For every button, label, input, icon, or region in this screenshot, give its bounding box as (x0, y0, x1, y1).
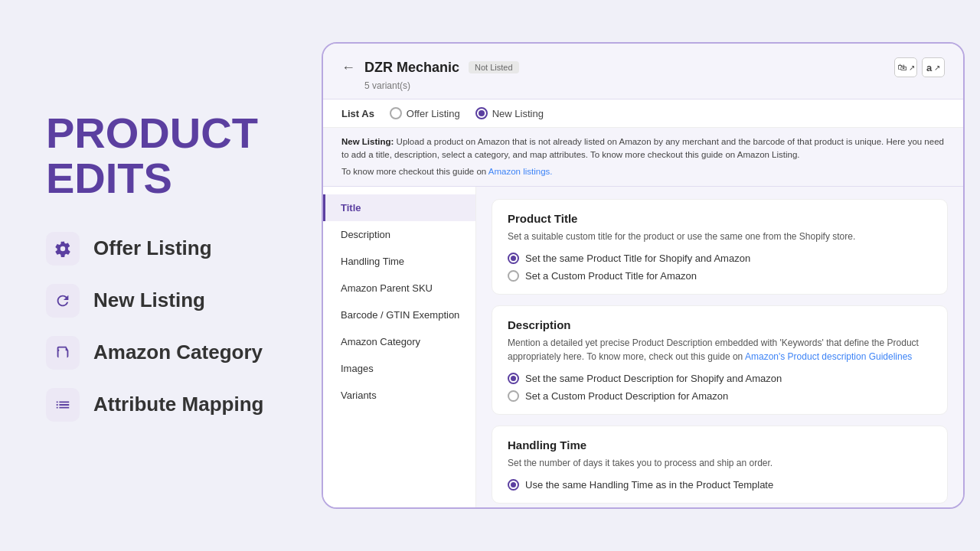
new-listing-label: New Listing (93, 289, 205, 312)
new-listing-radio[interactable]: New Listing (475, 107, 544, 119)
content-area: Product Title Set a suitable custom titl… (476, 187, 963, 507)
nav-description[interactable]: Description (323, 221, 475, 248)
same-title-label: Set the same Product Title for Shopify a… (525, 253, 750, 264)
same-title-option[interactable]: Set the same Product Title for Shopify a… (508, 253, 932, 264)
product-name: DZR Mechanic (364, 60, 459, 76)
description-text: New Listing: Upload a product on Amazon … (341, 135, 945, 162)
product-title-options: Set the same Product Title for Shopify a… (508, 253, 932, 282)
description-bold: New Listing: (341, 137, 394, 146)
sidebar-item-new-listing[interactable]: New Listing (46, 284, 276, 318)
nav-variants[interactable]: Variants (323, 382, 475, 409)
description-body: Upload a product on Amazon that is not a… (341, 137, 944, 159)
new-listing-radio-label: New Listing (492, 108, 544, 119)
list-as-label: List As (341, 108, 374, 119)
link-prefix: To know more checkout this guide on (341, 167, 488, 176)
amazon-link-button[interactable]: a ↗ (922, 57, 945, 77)
list-as-row: List As Offer Listing New Listing (323, 99, 963, 128)
attribute-mapping-label: Attribute Mapping (93, 393, 263, 416)
amazon-category-label: Amazon Category (93, 341, 263, 364)
list-icon (46, 388, 80, 422)
handling-time-options: Use the same Handling Time as in the Pro… (508, 479, 932, 491)
offer-listing-radio-circle (390, 107, 402, 119)
main-card: ← DZR Mechanic Not Listed 🛍 ↗ a ↗ 5 vari… (322, 42, 965, 509)
description-bar: New Listing: Upload a product on Amazon … (323, 128, 963, 187)
tag-icon (46, 336, 80, 370)
description-options: Set the same Product Description for Sho… (508, 373, 932, 402)
same-handling-radio (508, 479, 519, 491)
header-icons: 🛍 ↗ a ↗ (894, 57, 945, 77)
sidebar-item-offer-listing[interactable]: Offer Listing (46, 232, 276, 266)
amazon-desc-guidelines-link[interactable]: Amazon's Product description Guidelines (745, 351, 912, 362)
offer-listing-radio[interactable]: Offer Listing (390, 107, 460, 119)
custom-title-option[interactable]: Set a Custom Product Title for Amazon (508, 270, 932, 282)
custom-desc-label: Set a Custom Product Description for Ama… (525, 390, 728, 402)
sidebar-item-attribute-mapping[interactable]: Attribute Mapping (46, 388, 276, 422)
custom-desc-radio (508, 390, 519, 402)
variant-count: 5 variant(s) (364, 80, 945, 91)
back-button[interactable]: ← (341, 60, 355, 76)
left-panel: PRODUCTEDITS Offer Listing New Listing A… (0, 65, 322, 486)
refresh-icon (46, 284, 80, 318)
main-content: Title Description Handling Time Amazon P… (323, 187, 963, 507)
description-section-desc: Mention a detailed yet precise Product D… (508, 336, 932, 364)
product-title-desc: Set a suitable custom title for the prod… (508, 230, 932, 243)
right-panel: ← DZR Mechanic Not Listed 🛍 ↗ a ↗ 5 vari… (322, 0, 980, 551)
same-handling-label: Use the same Handling Time as in the Pro… (525, 479, 773, 491)
nav-handling-time[interactable]: Handling Time (323, 248, 475, 275)
same-handling-option[interactable]: Use the same Handling Time as in the Pro… (508, 479, 932, 491)
nav-title[interactable]: Title (323, 194, 475, 221)
new-listing-radio-circle (475, 107, 488, 119)
nav-amazon-category[interactable]: Amazon Category (323, 328, 475, 355)
custom-desc-option[interactable]: Set a Custom Product Description for Ama… (508, 390, 932, 402)
same-desc-label: Set the same Product Description for Sho… (525, 373, 782, 384)
same-desc-option[interactable]: Set the same Product Description for Sho… (508, 373, 932, 384)
description-heading: Description (508, 318, 932, 331)
card-header: ← DZR Mechanic Not Listed 🛍 ↗ a ↗ 5 vari… (323, 44, 963, 99)
handling-time-desc: Set the number of days it takes you to p… (508, 456, 932, 470)
product-title-section: Product Title Set a suitable custom titl… (492, 199, 948, 295)
product-title-heading: Product Title (508, 212, 932, 225)
sidebar-item-amazon-category[interactable]: Amazon Category (46, 336, 276, 370)
page-title: PRODUCTEDITS (46, 111, 276, 201)
description-link-row: To know more checkout this guide on Amaz… (341, 165, 945, 178)
nav-amazon-parent-sku[interactable]: Amazon Parent SKU (323, 275, 475, 302)
custom-title-label: Set a Custom Product Title for Amazon (525, 270, 697, 282)
offer-listing-radio-label: Offer Listing (407, 108, 460, 119)
same-desc-radio (508, 373, 519, 384)
handling-time-section: Handling Time Set the number of days it … (492, 425, 948, 504)
nav-barcode-gtin[interactable]: Barcode / GTIN Exemption (323, 302, 475, 328)
status-badge: Not Listed (469, 61, 519, 73)
gear-icon (46, 232, 80, 266)
shopify-link-button[interactable]: 🛍 ↗ (894, 57, 917, 77)
amazon-listings-link[interactable]: Amazon listings. (488, 167, 553, 176)
custom-title-radio (508, 270, 519, 282)
nav-images[interactable]: Images (323, 355, 475, 382)
same-title-radio (508, 253, 519, 264)
section-sidebar: Title Description Handling Time Amazon P… (323, 187, 476, 507)
description-section: Description Mention a detailed yet preci… (492, 305, 948, 415)
handling-time-heading: Handling Time (508, 439, 932, 452)
offer-listing-label: Offer Listing (93, 236, 212, 260)
